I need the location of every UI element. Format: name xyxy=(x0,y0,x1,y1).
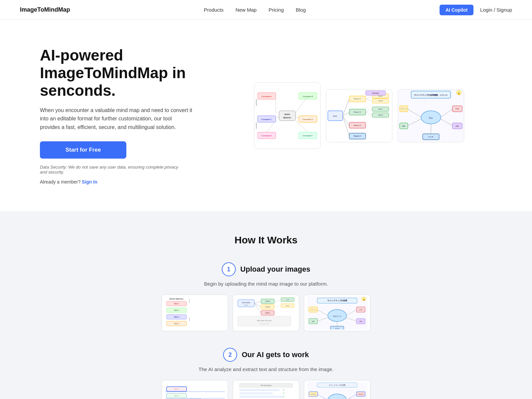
security-note: Data Security: We do not save any user d… xyxy=(40,165,180,175)
svg-text:Sub C: Sub C xyxy=(378,108,383,110)
step-2-image-3: マインドマップの活用 中心テーマ Node A Node B Node C ↻ xyxy=(304,380,370,399)
how-it-works-section: How It Works 1 Upload your images Begin … xyxy=(0,211,532,399)
navbar: ImageToMindMap Products New Map Pricing … xyxy=(0,0,532,20)
svg-text:Sub A: Sub A xyxy=(378,95,383,97)
svg-text:まとめ: まとめ xyxy=(429,136,434,138)
login-signup-link[interactable]: Login / Signup xyxy=(480,7,512,13)
svg-rect-146 xyxy=(239,396,283,398)
svg-text:Concepto A: Concepto A xyxy=(261,95,272,97)
svg-text:Node B: Node B xyxy=(358,393,363,395)
svg-text:Concepto B: Concepto B xyxy=(303,95,313,97)
step2-svg-3: マインドマップの活用 中心テーマ Node A Node B Node C ↻ xyxy=(307,382,367,399)
svg-text:MENTAL: MENTAL xyxy=(283,117,292,119)
svg-text:Child A: Child A xyxy=(265,301,270,302)
svg-text:戦略: 戦略 xyxy=(312,321,315,322)
step-1-image-2: Root Node Central Child A Child B Child … xyxy=(233,295,299,331)
svg-text:計画: 計画 xyxy=(359,309,362,311)
svg-text:Branch 1: Branch 1 xyxy=(354,98,361,100)
svg-text:分析: 分析 xyxy=(456,125,459,127)
svg-text:Topic 1: Topic 1 xyxy=(174,303,179,305)
nav-products[interactable]: Products xyxy=(204,7,223,13)
mindmap-svg-2: Root Branch 1 Branch 2 Branch 3 Branch 4… xyxy=(326,89,392,142)
svg-text:計画: 計画 xyxy=(456,108,459,110)
step2-svg-1: Topic 1 Topic 2 Topic 3 AI Processing...… xyxy=(165,382,225,399)
step-1-image-1: Topic 1 Topic 2 Topic 3 Topic 4 MAPA MEN… xyxy=(162,295,228,331)
svg-text:Topic 4: Topic 4 xyxy=(174,323,179,325)
hero-content: AI-powered ImageToMindMap in senconds. W… xyxy=(40,47,213,185)
svg-text:🔒: 🔒 xyxy=(362,298,365,301)
step-2-label: Our AI gets to work xyxy=(242,350,309,359)
nav-new-map[interactable]: New Map xyxy=(235,7,256,13)
svg-text:✓: ✓ xyxy=(283,392,285,395)
step-1: 1 Upload your images Begin by uploading … xyxy=(150,262,382,331)
step2-svg-2: Text Extraction ✓ ✓ ✓ ⋯ xyxy=(236,382,296,399)
svg-text:中心テーマ: 中心テーマ xyxy=(333,315,341,317)
svg-rect-145 xyxy=(239,392,273,394)
hero-image-2: Root Branch 1 Branch 2 Branch 3 Branch 4… xyxy=(326,89,392,142)
svg-text:Node A: Node A xyxy=(311,393,315,395)
svg-text:Central: Central xyxy=(244,304,248,306)
sign-in-link[interactable]: Sign In xyxy=(82,179,97,185)
step1-svg-3: マインドマップの活用 中心テーマ ブランド 戦略 計画 分析 xyxy=(307,296,367,330)
already-member-text: Already a member? Sign In xyxy=(40,179,213,185)
svg-text:Root Node: Root Node xyxy=(242,302,250,304)
site-logo[interactable]: ImageToMindMap xyxy=(20,6,70,13)
svg-text:ブランド: ブランド xyxy=(400,108,407,110)
svg-text:Leaf: Leaf xyxy=(286,299,289,301)
mindmap-svg-1: MAPA MENTAL Concepto A Concepto B Concep… xyxy=(254,83,320,149)
step1-svg-2: Root Node Central Child A Child B Child … xyxy=(236,296,296,330)
step-2-images: Topic 1 Topic 2 Topic 3 AI Processing...… xyxy=(150,380,382,399)
svg-text:Mind Map Structure: Mind Map Structure xyxy=(257,320,272,322)
svg-text:Concepto E: Concepto E xyxy=(261,135,272,137)
svg-text:MAPA: MAPA xyxy=(284,113,290,115)
svg-text:まとめ: まとめ xyxy=(335,328,339,329)
svg-text:MAPA MENTAL: MAPA MENTAL xyxy=(169,298,184,300)
step-2-image-2: Text Extraction ✓ ✓ ✓ ⋯ xyxy=(233,380,299,399)
hero-description: When you encounter a valuable mind map a… xyxy=(40,106,193,132)
svg-text:マインドマップの活用: マインドマップの活用 xyxy=(327,299,347,302)
step1-svg-1: Topic 1 Topic 2 Topic 3 Topic 4 MAPA MEN… xyxy=(165,296,225,330)
step-1-description: Begin by uploading the mind map image to… xyxy=(150,281,382,287)
svg-text:Text Extraction: Text Extraction xyxy=(261,384,272,386)
svg-rect-144 xyxy=(239,389,279,391)
nav-pricing[interactable]: Pricing xyxy=(269,7,284,13)
step-1-number: 1 xyxy=(222,262,236,276)
svg-text:Child B: Child B xyxy=(265,306,270,308)
svg-text:マインドマップの活用場面・メリット: マインドマップの活用場面・メリット xyxy=(414,93,448,96)
svg-text:Sub B: Sub B xyxy=(378,100,383,102)
nav-links: Products New Map Pricing Blog xyxy=(204,7,306,13)
step-2-heading: 2 Our AI gets to work xyxy=(150,348,382,362)
hero-image-3: マインドマップの活用場面・メリット 中心 ブランド 戦略 計画 分析 xyxy=(398,89,464,142)
svg-text:Topic 2: Topic 2 xyxy=(174,395,179,397)
step-2-description: The AI analyze and extract text and stru… xyxy=(150,366,382,372)
svg-text:Node: Node xyxy=(286,305,289,307)
svg-text:✓: ✓ xyxy=(283,388,285,391)
step-2: 2 Our AI gets to work The AI analyze and… xyxy=(150,348,382,399)
mindmap-svg-3: マインドマップの活用場面・メリット 中心 ブランド 戦略 計画 分析 xyxy=(398,89,464,142)
svg-text:Topic 1: Topic 1 xyxy=(174,388,179,390)
start-for-free-button[interactable]: Start for Free xyxy=(40,141,126,159)
svg-text:Branch 3: Branch 3 xyxy=(354,124,361,126)
svg-text:Topic 2: Topic 2 xyxy=(174,309,179,311)
nav-right: AI Copilot Login / Signup xyxy=(440,5,512,15)
svg-text:マインドマップの活用: マインドマップの活用 xyxy=(329,384,345,386)
step-2-number: 2 xyxy=(223,348,237,362)
hero-section: AI-powered ImageToMindMap in senconds. W… xyxy=(0,20,532,211)
svg-text:✓: ✓ xyxy=(283,395,285,398)
svg-text:Concepto C: Concepto C xyxy=(261,118,272,120)
hero-title: AI-powered ImageToMindMap in senconds. xyxy=(40,47,213,99)
step-1-label: Upload your images xyxy=(240,265,310,274)
ai-copilot-button[interactable]: AI Copilot xyxy=(440,5,473,15)
svg-text:Topic 3: Topic 3 xyxy=(174,316,179,318)
how-it-works-title: How It Works xyxy=(20,234,512,246)
nav-blog[interactable]: Blog xyxy=(296,7,306,13)
svg-text:🔒: 🔒 xyxy=(457,91,461,94)
svg-text:Branch 4: Branch 4 xyxy=(354,135,361,137)
svg-text:Concepto F: Concepto F xyxy=(303,135,313,137)
step-2-image-1: Topic 1 Topic 2 Topic 3 AI Processing...… xyxy=(162,380,228,399)
step-1-heading: 1 Upload your images xyxy=(150,262,382,276)
step-1-image-3: マインドマップの活用 中心テーマ ブランド 戦略 計画 分析 xyxy=(304,295,370,331)
svg-text:auto generated: auto generated xyxy=(260,323,269,325)
svg-text:Child C: Child C xyxy=(265,312,271,314)
svg-text:中心: 中心 xyxy=(429,117,433,119)
